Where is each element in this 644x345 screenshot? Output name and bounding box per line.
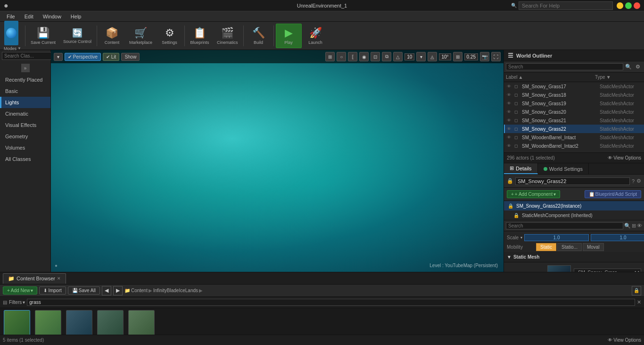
build-button[interactable]: 🔨 Build [246,24,272,48]
sidebar-item-visual-effects[interactable]: Visual Effects [0,119,50,131]
static-mesh-select[interactable]: SM_Snowy_Grass [574,269,641,272]
wo-settings-icon[interactable]: ⚙ [634,63,642,71]
tab-details[interactable]: ⊞ Details [504,163,538,174]
table-row[interactable]: 👁 ◻ SM_Snowy_Grass20 StaticMeshActor [504,108,644,116]
blueprint-button[interactable]: 📋 Blueprint/Add Script [585,190,641,198]
wo-scroll-area[interactable]: 👁 ◻ SM_Snowy_Grass17 StaticMeshActor 👁 ◻… [504,82,644,152]
collapse-expand-button[interactable]: » [21,64,30,72]
show-button[interactable]: Show [121,53,140,61]
content-button[interactable]: 📦 Content [99,24,125,48]
grid-dropdown[interactable]: ▾ [416,52,426,61]
menu-help[interactable]: Help [66,13,86,20]
menu-edit[interactable]: Edit [20,13,38,20]
component-static-mesh-row[interactable]: 🔒 StaticMeshComponent (Inherited) [504,210,644,220]
cb-search-clear-button[interactable]: ✕ [637,299,641,305]
table-row[interactable]: 👁 ◻ SM_Snowy_Grass17 StaticMeshActor [504,82,644,91]
angle-value[interactable]: 10° [439,53,451,60]
cb-path-content[interactable]: Content [131,288,148,293]
table-row[interactable]: 👁 ◻ SM_WoodenBarrel_Intact StaticMeshAct… [504,133,644,142]
sidebar-item-volumes[interactable]: Volumes [0,142,50,153]
scale-value[interactable]: 0.25 [464,53,478,60]
add-component-button[interactable]: + + Add Component ▾ [507,190,560,198]
cb-forward-button[interactable]: ▶ [113,286,123,295]
cb-lock-button[interactable]: 🔒 [632,286,641,295]
details-search-icon[interactable]: 🔍 [624,223,631,229]
viewport-icon-7[interactable]: △ [393,52,403,61]
table-row[interactable]: 👁 ◻ SM_Snowy_Grass18 StaticMeshActor [504,91,644,99]
play-button[interactable]: ▶ Play [276,24,302,48]
cinematics-button[interactable]: 🎬 Cinematics [214,24,241,48]
save-current-button[interactable]: 💾 Save Current [27,24,59,48]
viewport-canvas[interactable]: ● Level : YouTubeMap (Persistent) [51,50,504,272]
wo-col-type[interactable]: Type ▼ [595,75,642,80]
wo-view-options-button[interactable]: 👁 View Options [608,155,641,160]
settings-button[interactable]: ⚙ Settings [157,24,182,48]
sidebar-item-cinematic[interactable]: Cinematic [0,108,50,119]
list-item[interactable]: T_Snow_Grass_Fl... [127,310,156,335]
details-name-input[interactable] [515,177,630,185]
sidebar-item-geometry[interactable]: Geometry [0,131,50,142]
minimize-button[interactable] [617,2,623,9]
table-row[interactable]: 👁 ◻ SM_Snowy_Grass19 StaticMeshActor [504,99,644,108]
help-icon[interactable]: ? [632,178,635,184]
static-mesh-thumbnail[interactable] [547,265,571,272]
source-control-button[interactable]: 🔄 Source Control [60,24,95,48]
static-mesh-section-header[interactable]: ▼ Static Mesh [504,252,644,262]
component-instance-row[interactable]: 🔒 SM_Snowy_Grass22(Instance) [504,201,644,210]
modes-button[interactable] [4,21,18,45]
mobility-stationary-button[interactable]: Statio... [557,243,582,251]
cb-import-button[interactable]: ⬇ Import [39,286,66,295]
details-eye-icon[interactable]: 👁 [637,223,642,228]
content-browser-tab-close[interactable]: ✕ [57,276,61,281]
content-browser-tab[interactable]: 📁 Content Browser ✕ [3,273,66,284]
viewport-icon-2[interactable]: ○ [337,52,346,61]
cb-search-input[interactable] [27,299,635,306]
details-search-input[interactable] [506,222,623,229]
details-settings-icon[interactable]: ⚙ [636,178,641,184]
help-search-input[interactable] [519,1,613,10]
table-row[interactable]: 👁 ◻ SM_Snowy_Grass21 StaticMeshActor [504,116,644,125]
marketplace-button[interactable]: 🛒 Marketplace [126,24,156,48]
cb-filters-button[interactable]: Filters ▾ [9,300,25,305]
sidebar-item-all-classes[interactable]: All Classes [0,153,50,165]
maximize-button[interactable] [625,2,632,9]
tab-world-settings[interactable]: World Settings [538,163,589,174]
list-item[interactable]: T_LS_Grass_01... [65,310,93,335]
wo-col-label[interactable]: Label ▲ [506,75,595,80]
viewport-icon-4[interactable]: ◉ [359,52,369,61]
wo-search-input[interactable] [506,63,623,70]
menu-file[interactable]: File [2,13,20,20]
viewport-fullscreen[interactable]: ⛶ [491,52,501,61]
mobility-static-button[interactable]: Static [536,243,556,251]
scale-dropdown-icon[interactable]: ▾ [520,236,522,240]
sidebar-item-lights[interactable]: Lights [0,97,50,108]
details-grid-icon[interactable]: ⊞ [632,223,636,229]
lit-button[interactable]: ✔ Lit [103,53,119,61]
viewport-icon-6[interactable]: ⧉ [382,52,391,61]
perspective-button[interactable]: ✔ Perspective [65,53,101,61]
scale-snap-icon[interactable]: ⊞ [453,52,462,61]
list-item[interactable]: SM_Snowy_Grass [34,310,62,335]
cb-view-options-button[interactable]: 👁 View Options [608,337,641,343]
sidebar-item-basic[interactable]: Basic [0,85,50,97]
viewport-icon-3[interactable]: ⟦ [348,52,357,61]
sidebar-item-recently-placed[interactable]: Recently Placed [0,74,50,85]
menu-window[interactable]: Window [38,13,66,20]
wo-search-icon[interactable]: 🔍 [624,63,633,71]
viewport-camera-icon[interactable]: 📷 [480,52,489,61]
table-row[interactable]: 👁 ◻ SM_Snowy_Grass22 StaticMeshActor [504,125,644,133]
launch-button[interactable]: 🚀 Launch [303,24,329,48]
mobility-movable-button[interactable]: Moval [583,243,604,251]
close-button[interactable] [634,2,640,9]
list-item[interactable]: T_Snow_Grass_D... [96,310,124,335]
blueprints-button[interactable]: 📋 Blueprints [187,24,213,48]
viewport-dropdown-button[interactable]: ▾ [54,53,63,61]
cb-save-all-button[interactable]: 💾 Save All [68,286,100,295]
cb-back-button[interactable]: ◀ [102,286,111,295]
angle-icon[interactable]: ◬ [428,52,437,61]
viewport-icon-1[interactable]: ⊞ [325,52,335,61]
scale-x-input[interactable] [524,234,589,241]
cb-path-infinity-blade[interactable]: InfinityBladeIceLands [153,288,198,293]
scale-y-input[interactable] [591,234,644,241]
list-item[interactable]: M_Snowy_Grass [3,310,31,335]
